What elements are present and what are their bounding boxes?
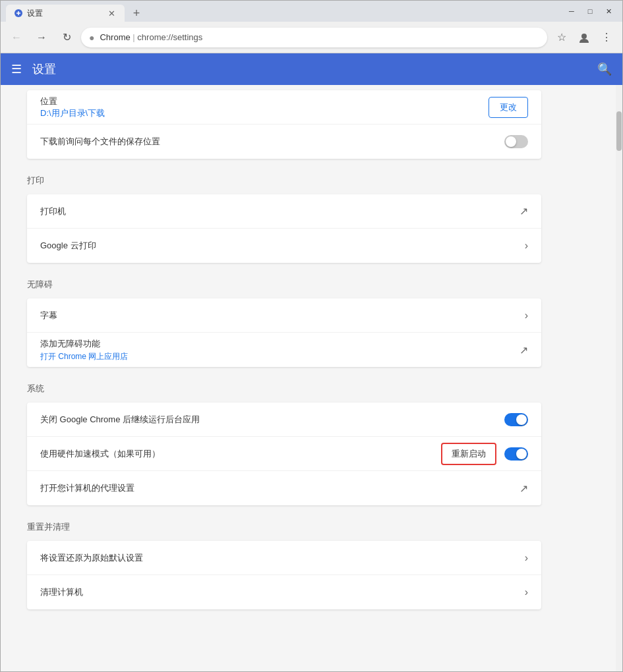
bg-run-label: 关闭 Google Chrome 后继续运行后台应用 (40, 414, 504, 426)
printer-label: 打印机 (40, 206, 519, 217)
tab-close-button[interactable]: ✕ (107, 8, 117, 19)
restore-arrow-icon: › (525, 552, 528, 564)
hardware-text: 使用硬件加速模式（如果可用） (40, 448, 441, 460)
ask-save-row: 下载前询问每个文件的保存位置 (27, 125, 541, 159)
window-controls: ─ □ ✕ (563, 5, 617, 18)
menu-button[interactable]: ⋮ (596, 27, 617, 48)
main-content[interactable]: 位置 D:\用户目录\下载 更改 下载前询问每个文件的保存位置 (1, 85, 616, 671)
proxy-row[interactable]: 打开您计算机的代理设置 ↗ (27, 471, 541, 505)
proxy-text: 打开您计算机的代理设置 (40, 482, 519, 494)
accessibility-card: 字幕 › 添加无障碍功能 打开 Chrome 网上应用店 ↗ (27, 298, 541, 367)
system-section-title: 系统 (27, 383, 541, 395)
printer-text: 打印机 (40, 206, 519, 217)
cloud-print-row[interactable]: Google 云打印 › (27, 229, 541, 263)
address-bar: ← → ↻ ● Chrome | chrome://settings ☆ ⋮ (1, 22, 622, 53)
printer-action: ↗ (519, 205, 528, 217)
scrollbar-thumb[interactable] (616, 111, 622, 151)
clean-row[interactable]: 清理计算机 › (27, 575, 541, 609)
captions-text: 字幕 (40, 310, 525, 322)
refresh-button[interactable]: ↻ (56, 27, 77, 48)
restore-row[interactable]: 将设置还原为原始默认设置 › (27, 541, 541, 575)
minimize-button[interactable]: ─ (563, 5, 580, 18)
toggle-thumb (516, 449, 527, 459)
cloud-print-action: › (525, 240, 528, 252)
scrollbar-track[interactable] (616, 85, 622, 671)
search-icon[interactable]: 🔍 (597, 62, 612, 76)
bookmark-button[interactable]: ☆ (551, 27, 572, 48)
captions-action: › (525, 310, 528, 322)
address-text: Chrome | chrome://settings (100, 32, 539, 42)
address-input[interactable]: ● Chrome | chrome://settings (81, 28, 547, 47)
cloud-print-label: Google 云打印 (40, 240, 525, 252)
system-card: 关闭 Google Chrome 后继续运行后台应用 使用硬件加速模式（如果可用… (27, 403, 541, 505)
forward-button[interactable]: → (31, 27, 52, 48)
captions-label: 字幕 (40, 310, 525, 322)
bg-run-toggle[interactable] (504, 413, 528, 426)
back-button[interactable]: ← (6, 27, 27, 48)
restart-button[interactable]: 重新启动 (441, 443, 496, 465)
toolbar-right: ☆ ⋮ (551, 27, 617, 48)
new-tab-button[interactable]: + (127, 5, 146, 22)
account-button[interactable] (574, 27, 595, 48)
restore-action: › (525, 552, 528, 564)
add-feature-label: 添加无障碍功能 (40, 338, 519, 350)
hardware-action: 重新启动 (441, 443, 528, 465)
hardware-row: 使用硬件加速模式（如果可用） 重新启动 (27, 437, 541, 471)
restore-label: 将设置还原为原始默认设置 (40, 552, 525, 564)
title-bar: 设置 ✕ + ─ □ ✕ (1, 1, 622, 22)
print-section-title: 打印 (27, 175, 541, 186)
bg-run-row: 关闭 Google Chrome 后继续运行后台应用 (27, 403, 541, 437)
tab-title: 设置 (27, 8, 43, 19)
location-action: 更改 (489, 97, 528, 118)
captions-arrow-icon: › (525, 310, 528, 322)
printer-row[interactable]: 打印机 ↗ (27, 194, 541, 229)
clean-action: › (525, 586, 528, 598)
settings-content: 位置 D:\用户目录\下载 更改 下载前询问每个文件的保存位置 (1, 85, 568, 641)
reset-card: 将设置还原为原始默认设置 › 清理计算机 › (27, 541, 541, 609)
ask-save-text: 下载前询问每个文件的保存位置 (40, 136, 504, 148)
location-row: 位置 D:\用户目录\下载 更改 (27, 90, 541, 125)
location-path: D:\用户目录\下载 (40, 107, 489, 119)
bg-run-action (504, 413, 528, 426)
add-feature-sublabel: 打开 Chrome 网上应用店 (40, 351, 519, 362)
proxy-action: ↗ (519, 482, 528, 495)
add-feature-text: 添加无障碍功能 打开 Chrome 网上应用店 (40, 338, 519, 362)
hardware-toggle[interactable] (504, 447, 528, 461)
add-feature-external-icon: ↗ (519, 344, 528, 356)
tab-favicon (14, 9, 23, 18)
tab-bar: 设置 ✕ + (6, 1, 560, 22)
location-text: 位置 D:\用户目录\下载 (40, 96, 489, 119)
app-title: 设置 (32, 61, 56, 77)
ask-save-label: 下载前询问每个文件的保存位置 (40, 136, 504, 148)
add-feature-row[interactable]: 添加无障碍功能 打开 Chrome 网上应用店 ↗ (27, 333, 541, 367)
clean-arrow-icon: › (525, 586, 528, 598)
clean-text: 清理计算机 (40, 586, 525, 598)
bg-run-text: 关闭 Google Chrome 后继续运行后台应用 (40, 414, 504, 426)
printer-external-icon: ↗ (519, 205, 528, 217)
toggle-thumb (516, 414, 527, 425)
add-feature-action: ↗ (519, 344, 528, 356)
active-tab[interactable]: 设置 ✕ (6, 5, 125, 22)
app-header: ☰ 设置 🔍 (1, 53, 622, 85)
hamburger-icon[interactable]: ☰ (11, 62, 22, 76)
cloud-print-arrow-icon: › (525, 240, 528, 252)
lock-icon: ● (89, 32, 94, 43)
maximize-button[interactable]: □ (581, 5, 599, 18)
change-button[interactable]: 更改 (489, 97, 528, 118)
download-card: 位置 D:\用户目录\下载 更改 下载前询问每个文件的保存位置 (27, 90, 541, 159)
proxy-label: 打开您计算机的代理设置 (40, 482, 519, 494)
reset-section-title: 重置并清理 (27, 521, 541, 533)
location-label: 位置 (40, 96, 489, 107)
restore-text: 将设置还原为原始默认设置 (40, 552, 525, 564)
print-card: 打印机 ↗ Google 云打印 › (27, 194, 541, 263)
proxy-external-icon: ↗ (519, 482, 528, 495)
ask-save-toggle[interactable] (504, 135, 528, 148)
cloud-print-text: Google 云打印 (40, 240, 525, 252)
close-button[interactable]: ✕ (600, 5, 617, 18)
content-area: 位置 D:\用户目录\下载 更改 下载前询问每个文件的保存位置 (1, 85, 622, 671)
svg-point-1 (581, 34, 587, 39)
accessibility-section-title: 无障碍 (27, 279, 541, 291)
hardware-label: 使用硬件加速模式（如果可用） (40, 448, 441, 460)
captions-row[interactable]: 字幕 › (27, 298, 541, 333)
toggle-thumb (506, 136, 516, 147)
